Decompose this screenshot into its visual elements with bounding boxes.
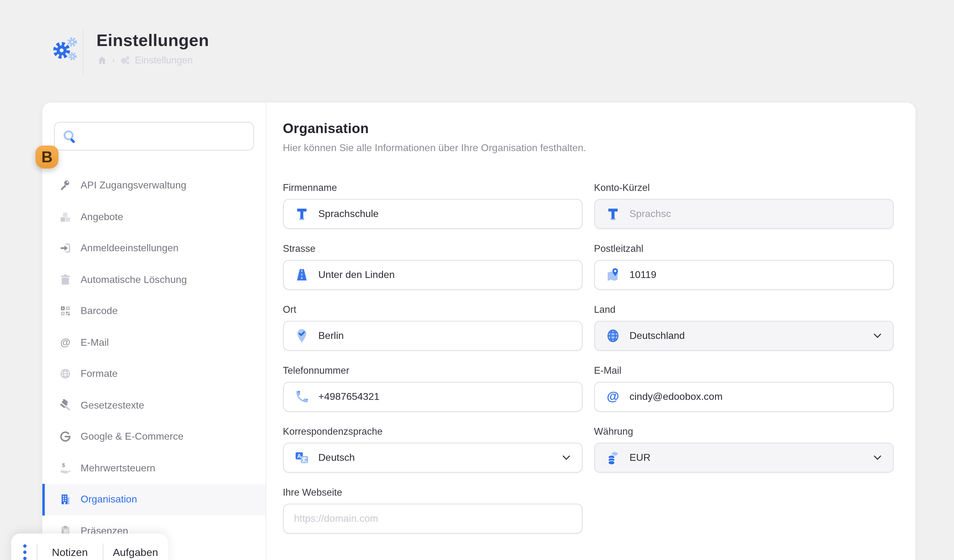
sidebar-item-label: Google & E-Commerce <box>81 431 184 442</box>
land-select[interactable]: Deutschland <box>594 321 893 351</box>
field-label: Land <box>594 304 893 315</box>
field-strasse: Strasse <box>283 243 582 290</box>
key-icon <box>59 179 71 192</box>
sign-in-icon <box>59 242 71 255</box>
kebab-menu-icon[interactable] <box>19 543 30 560</box>
field-land: LandDeutschland <box>594 304 893 351</box>
at-gray-icon: @ <box>59 336 71 349</box>
gavel-icon <box>59 399 71 412</box>
sidebar-item-label: Organisation <box>81 494 137 505</box>
sidebar-item-e-mail[interactable]: @E-Mail <box>42 327 265 358</box>
sidebar-item-anmeldeeinstellungen[interactable]: Anmeldeeinstellungen <box>42 233 265 264</box>
korrespondenzsprache-select[interactable]: ADeutsch <box>283 443 582 473</box>
webseite-input-box[interactable] <box>283 504 582 534</box>
field-label: Telefonnummer <box>283 365 582 376</box>
strasse-input[interactable] <box>318 269 571 280</box>
sidebar-item-label: Gesetzestexte <box>81 400 144 411</box>
sidebar-menu: API ZugangsverwaltungAngeboteAnmeldeeins… <box>42 170 265 547</box>
konto-kuerzel-input[interactable] <box>630 208 882 219</box>
tab-notizen[interactable]: Notizen <box>37 547 102 559</box>
sidebar-item-label: E-Mail <box>81 337 109 348</box>
settings-page: Einstellungen › Einstellungen B <box>0 0 954 560</box>
field-label: Korrespondenzsprache <box>283 426 582 437</box>
translate-icon: A <box>294 450 309 465</box>
settings-crumb-icon <box>120 55 130 65</box>
text-icon <box>294 207 309 221</box>
text-icon <box>605 207 620 221</box>
firmenname-input[interactable] <box>318 208 571 219</box>
svg-text:@: @ <box>606 389 619 403</box>
ort-input[interactable] <box>318 330 571 341</box>
header-divider <box>83 29 83 76</box>
sidebar-item-label: Barcode <box>81 306 118 317</box>
sidebar-item-label: Angebote <box>81 212 123 222</box>
section-title: Organisation <box>283 121 893 137</box>
sidebar-item-formate[interactable]: Formate <box>42 358 265 390</box>
organisation-section: Organisation Hier können Sie alle Inform… <box>266 103 915 560</box>
sidebar-item-google-e-commerce[interactable]: Google & E-Commerce <box>42 421 265 453</box>
konto-kuerzel-input-box[interactable] <box>594 199 893 229</box>
page-title: Einstellungen <box>97 31 209 50</box>
hand-dollar-icon: $ <box>59 462 71 474</box>
breadcrumb: › Einstellungen <box>97 55 193 66</box>
tab-aufgaben[interactable]: Aufgaben <box>103 547 168 559</box>
field-postleitzahl: Postleitzahl <box>594 243 893 290</box>
qr-icon <box>59 305 71 317</box>
field-ort: Ort <box>283 304 582 351</box>
sidebar-item-gesetzestexte[interactable]: Gesetzestexte <box>42 390 265 421</box>
sidebar-item-label: Anmeldeeinstellungen <box>81 243 179 254</box>
sidebar-item-mehrwertsteuern[interactable]: $Mehrwertsteuern <box>42 453 265 484</box>
email-input-box[interactable]: @ <box>594 382 893 412</box>
postleitzahl-input[interactable] <box>630 269 882 280</box>
field-webseite: Ihre Webseite <box>283 487 582 534</box>
settings-card: API ZugangsverwaltungAngeboteAnmeldeeins… <box>42 103 915 560</box>
postleitzahl-input-box[interactable] <box>594 260 893 290</box>
telefonnummer-input[interactable] <box>318 391 571 402</box>
map-pin-icon <box>605 268 620 282</box>
selected-value: EUR <box>630 452 651 463</box>
field-label: Strasse <box>283 243 582 254</box>
road-icon <box>294 268 309 282</box>
sidebar-search <box>54 122 254 151</box>
strasse-input-box[interactable] <box>283 260 582 290</box>
svg-text:$: $ <box>62 462 65 468</box>
sidebar-item-api-zugangsverwaltung[interactable]: API Zugangsverwaltung <box>42 170 265 201</box>
field-email: E-Mail@ <box>594 365 893 412</box>
sidebar-item-barcode[interactable]: Barcode <box>42 296 265 327</box>
version-badge[interactable]: B <box>36 146 59 168</box>
organisation-form: FirmennameKonto-KürzelStrassePostleitzah… <box>283 182 893 534</box>
email-input[interactable] <box>630 391 882 402</box>
section-subtitle: Hier können Sie alle Informationen über … <box>283 142 893 154</box>
google-icon <box>59 431 71 443</box>
search-input[interactable] <box>55 123 253 150</box>
field-telefonnummer: Telefonnummer <box>283 365 582 412</box>
sidebar-item-organisation[interactable]: Organisation <box>42 484 265 515</box>
search-icon <box>62 129 78 145</box>
waehrung-select[interactable]: EUR <box>594 443 893 473</box>
cubes-icon <box>59 211 71 223</box>
chevron-down-icon <box>561 453 571 463</box>
sidebar-item-label: Mehrwertsteuern <box>81 463 155 474</box>
chevron-down-icon <box>872 331 882 341</box>
sidebar-item-label: API Zugangsverwaltung <box>81 180 186 191</box>
chevron-down-icon <box>872 453 882 463</box>
ort-input-box[interactable] <box>283 321 582 351</box>
field-firmenname: Firmenname <box>283 182 582 229</box>
phone-icon <box>294 389 309 404</box>
breadcrumb-separator-icon: › <box>112 55 115 65</box>
breadcrumb-current: Einstellungen <box>135 55 193 66</box>
firmenname-input-box[interactable] <box>283 199 582 229</box>
sidebar-item-angebote[interactable]: Angebote <box>42 201 265 233</box>
sidebar-item-label: Automatische Löschung <box>81 274 187 285</box>
home-icon[interactable] <box>97 55 107 65</box>
field-label: Ort <box>283 304 582 315</box>
selected-value: Deutschland <box>630 330 685 341</box>
sidebar-item-automatische-loeschung[interactable]: Automatische Löschung <box>42 264 265 296</box>
coins-icon <box>605 450 620 465</box>
trash-icon <box>59 274 71 286</box>
at-blue-icon: @ <box>605 389 620 404</box>
sidebar-item-label: Formate <box>81 369 118 380</box>
webseite-input[interactable] <box>294 513 571 524</box>
field-label: E-Mail <box>594 365 893 376</box>
telefonnummer-input-box[interactable] <box>283 382 582 412</box>
